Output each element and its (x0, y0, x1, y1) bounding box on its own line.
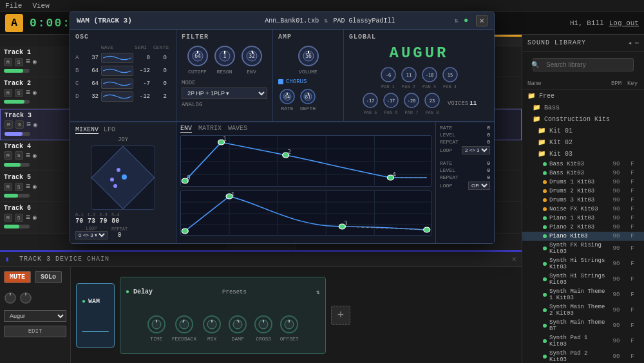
delay-preset-arrow[interactable]: ⇅ (316, 288, 320, 296)
lib-folder-ck[interactable]: 📁 Construction Kits (522, 113, 644, 125)
track3-mute[interactable]: M (5, 120, 13, 129)
cutoff-knob[interactable]: 64 (186, 44, 209, 68)
lib-folder-free[interactable]: 📁 Free (522, 90, 644, 102)
item-bpm: 90 (607, 170, 626, 176)
preset-select[interactable]: Augur (4, 310, 66, 322)
osc-b-wave[interactable] (101, 66, 133, 76)
env-graph-upper[interactable]: 1 2 4 0 (180, 135, 431, 187)
item-dot (543, 355, 547, 358)
track4-fader[interactable] (4, 163, 30, 167)
reson-knob[interactable]: 1 (213, 44, 236, 68)
logout-button[interactable]: Log out (609, 19, 639, 27)
time-knob-svg[interactable] (146, 314, 167, 335)
mixenv-tab[interactable]: MIXENV (75, 126, 99, 134)
library-item[interactable]: Synth Hi Strings Kit03 90 F (522, 256, 644, 272)
track4-solo[interactable]: S (15, 151, 23, 160)
osc-d-cents: 2 (153, 93, 167, 100)
library-item[interactable]: Drums 3 Kit03 90 F (522, 196, 644, 205)
track3-fader[interactable] (5, 132, 30, 136)
track6-fader[interactable] (4, 225, 30, 228)
mix-knob-svg[interactable] (202, 314, 222, 335)
pan3-knob[interactable]: -18 (421, 66, 439, 84)
pan2-knob[interactable]: 11 (400, 66, 418, 84)
library-item[interactable]: Drums 2 Kit03 90 F (522, 187, 644, 196)
track1-controls: M S ≡ ◉ (4, 57, 66, 66)
lib-folder-kit03[interactable]: 📁 Kit 03 (522, 148, 644, 160)
track1-fader[interactable] (4, 69, 30, 73)
waves-tab[interactable]: WAVES (228, 125, 247, 133)
mode-select[interactable]: 2P HP + 1PLP ▾ (182, 88, 267, 99)
pan5-knob[interactable]: -17 (361, 91, 379, 109)
chorus-rate-knob[interactable]: 64 (278, 88, 296, 106)
pan7-wrap: -20 PAN 7 (402, 91, 421, 115)
joystick-area[interactable] (91, 145, 155, 210)
add-device-button[interactable]: + (331, 306, 350, 325)
pan1-knob[interactable]: -6 (379, 66, 397, 84)
library-search-input[interactable] (533, 58, 634, 71)
matrix-tab[interactable]: MATRIX (198, 125, 222, 133)
library-item[interactable]: Piano 2 Kit03 90 F (522, 223, 644, 232)
library-item[interactable]: Drums 1 Kit03 90 F (522, 178, 644, 187)
track5-solo[interactable]: S (15, 183, 23, 191)
library-item[interactable]: Noise FX Kit03 90 F (522, 205, 644, 214)
pan8-knob[interactable]: 23 (423, 91, 441, 109)
library-item[interactable]: Synth Main Theme BT 90 F (522, 318, 644, 333)
loop-select1[interactable]: 2 <> 3 (462, 146, 490, 154)
menu-view[interactable]: View (32, 2, 49, 10)
delay-power-icon[interactable]: ● (126, 288, 129, 295)
volume-knob[interactable]: 56 (297, 44, 320, 68)
wam-power-icon[interactable]: ● (82, 298, 86, 305)
loop-select2[interactable]: OFF (468, 182, 490, 190)
track2-fader[interactable] (4, 100, 30, 104)
device-chain-close[interactable]: ✕ (512, 254, 516, 264)
env-tab[interactable]: ENV (180, 125, 192, 133)
track6-solo[interactable]: S (15, 214, 23, 222)
item-bpm: 90 (607, 206, 626, 212)
track5-mute[interactable]: M (4, 183, 12, 191)
edit-button[interactable]: EDIT (4, 326, 66, 337)
track1-solo[interactable]: S (15, 58, 23, 66)
library-item[interactable]: Synth Main Theme 2 Kit03 90 F (522, 302, 644, 318)
library-expand-icon[interactable]: ◂ (628, 39, 632, 47)
library-item[interactable]: Synth Pad 2 Kit03 90 F (522, 349, 644, 363)
pan4-knob[interactable]: 15 (441, 66, 459, 84)
menu-file[interactable]: File (5, 2, 22, 10)
track4-mute[interactable]: M (4, 151, 12, 160)
osc-d-wave[interactable] (101, 91, 133, 102)
lfo-tab[interactable]: LFO (104, 126, 115, 134)
pan6-knob[interactable]: -17 (382, 91, 400, 109)
feedback-knob-svg[interactable] (174, 314, 194, 335)
chorus-checkbox[interactable] (278, 79, 283, 84)
library-item[interactable]: Synth Hi Strings Kit03 90 F (522, 272, 644, 287)
library-item[interactable]: Bass Kit03 90 F (522, 169, 644, 178)
offset-knob-svg[interactable] (279, 314, 299, 335)
cross-knob-svg[interactable] (253, 314, 274, 335)
lib-folder-bass[interactable]: 📁 Bass (522, 102, 644, 113)
damp-knob-svg[interactable] (227, 314, 248, 335)
track3-solo[interactable]: S (15, 120, 24, 129)
library-item[interactable]: Synth Main Theme 1 Kit03 90 F (522, 287, 644, 302)
track2-solo[interactable]: S (15, 89, 23, 97)
library-item[interactable]: Synth Pad 1 Kit03 90 F (522, 333, 644, 349)
library-item[interactable]: Synth FX Rising Kit03 90 F (522, 241, 644, 256)
track6-mute[interactable]: M (4, 214, 12, 222)
track5-fader[interactable] (4, 194, 30, 198)
solo-button[interactable]: SOLo (35, 271, 62, 283)
mute-button[interactable]: MUTE (4, 271, 31, 283)
lib-folder-kit02[interactable]: 📁 Kit 02 (522, 136, 644, 148)
lib-folder-kit01[interactable]: 📁 Kit 01 (522, 125, 644, 136)
library-more-icon[interactable]: ⋯ (634, 39, 639, 47)
track2-mute[interactable]: M (4, 89, 12, 97)
library-item[interactable]: Piano 1 Kit03 90 F (522, 214, 644, 223)
repeat-label1: REPEAT (440, 139, 459, 145)
osc-a-wave[interactable] (101, 53, 133, 63)
chorus-depth-knob[interactable]: 81 (299, 88, 317, 106)
osc-c-wave[interactable] (101, 79, 133, 89)
pan7-knob[interactable]: -20 (402, 91, 421, 109)
library-item[interactable]: Bass Kit03 90 F (522, 160, 644, 169)
env-graph-lower[interactable]: 1 3 (180, 191, 431, 236)
loop-select[interactable]: 0 <> 3 ▾ (75, 231, 108, 239)
library-item[interactable]: Piano Kit03 90 F (522, 232, 644, 241)
env-knob[interactable]: 32 (240, 44, 263, 68)
track1-mute[interactable]: M (4, 58, 12, 66)
